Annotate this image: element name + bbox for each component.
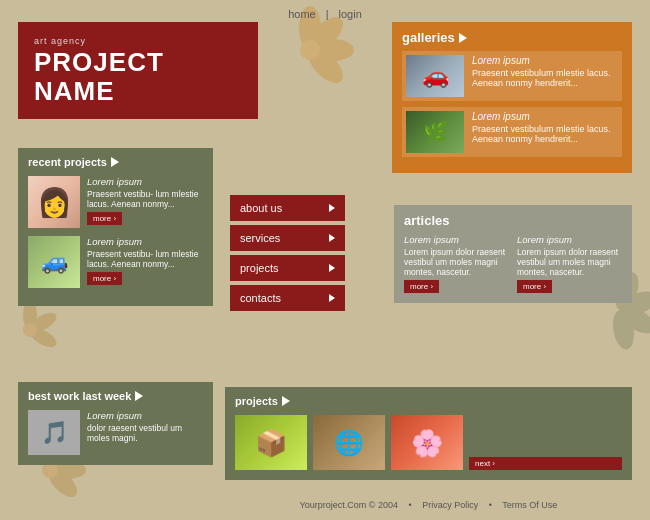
art-agency-label: art agency <box>34 36 242 46</box>
project-thumb-1 <box>28 176 80 228</box>
navigation-menu: about us services projects contacts <box>230 195 345 315</box>
nav-arrow-icon-1 <box>329 234 335 242</box>
footer-privacy[interactable]: Privacy Policy <box>422 500 478 510</box>
gallery-text-2: Lorem ipsum Praesent vestibulum mlestie … <box>472 111 618 153</box>
nav-arrow-icon-0 <box>329 204 335 212</box>
nav-arrow-icon-2 <box>329 264 335 272</box>
home-link[interactable]: home <box>288 8 316 20</box>
projects-bottom-title: projects <box>235 395 622 407</box>
galleries-title: galleries <box>402 30 622 45</box>
articles-grid: Lorem ipsum Lorem ipsum dolor raesent ve… <box>404 234 622 293</box>
galleries-block: galleries Lorem ipsum Praesent vestibulu… <box>392 22 632 173</box>
project-text-1: Lorem ipsum Praesent vestibu- lum mlesti… <box>87 176 203 228</box>
project-item-2: Lorem ipsum Praesent vestibu- lum mlesti… <box>28 236 203 288</box>
recent-projects-title: recent projects <box>28 156 203 168</box>
best-work-title: best work last week <box>28 390 203 402</box>
nav-arrow-icon-3 <box>329 294 335 302</box>
article-item-1: Lorem ipsum Lorem ipsum dolor raesent ve… <box>404 234 509 293</box>
gallery-thumb-2 <box>406 111 464 153</box>
project-item-1: Lorem ipsum Praesent vestibu- lum mlesti… <box>28 176 203 228</box>
projects-thumbs: next <box>235 415 622 470</box>
project-thumb-flower <box>391 415 463 470</box>
more-button-1[interactable]: more <box>87 212 122 225</box>
nav-about-us[interactable]: about us <box>230 195 345 221</box>
best-work-thumb <box>28 410 80 455</box>
project-thumb-oldstyle <box>313 415 385 470</box>
projects-bottom-block: projects next <box>225 387 632 480</box>
gallery-item-2: Lorem ipsum Praesent vestibulum mlestie … <box>402 107 622 157</box>
best-work-item: Lorem ipsum dolor raesent vestibul um mo… <box>28 410 203 455</box>
footer: Yourproject.Com © 2004 • Privacy Policy … <box>225 500 632 510</box>
footer-terms[interactable]: Terms Of Use <box>502 500 557 510</box>
header-block: art agency PROJECT NAME <box>18 22 258 119</box>
footer-copyright: Yourproject.Com © 2004 <box>300 500 398 510</box>
nav-contacts[interactable]: contacts <box>230 285 345 311</box>
article-item-2: Lorem ipsum Lorem ipsum dolor raesent ve… <box>517 234 622 293</box>
recent-projects-block: recent projects Lorem ipsum Praesent ves… <box>18 148 213 306</box>
next-button[interactable]: next <box>469 457 622 470</box>
project-thumb-box <box>235 415 307 470</box>
login-link[interactable]: login <box>339 8 362 20</box>
best-work-block: best work last week Lorem ipsum dolor ra… <box>18 382 213 465</box>
footer-separator-1: • <box>408 500 411 510</box>
more-button-2[interactable]: more <box>87 272 122 285</box>
articles-block: articles Lorem ipsum Lorem ipsum dolor r… <box>394 205 632 303</box>
galleries-arrow-icon <box>459 33 467 43</box>
top-navigation: home | login <box>0 8 650 20</box>
gallery-text-1: Lorem ipsum Praesent vestibulum mlestie … <box>472 55 618 97</box>
nav-separator: | <box>326 8 329 20</box>
article-more-2[interactable]: more <box>517 280 552 293</box>
project-thumb-2 <box>28 236 80 288</box>
articles-title: articles <box>404 213 622 228</box>
nav-projects[interactable]: projects <box>230 255 345 281</box>
recent-projects-arrow-icon <box>111 157 119 167</box>
gallery-item-1: Lorem ipsum Praesent vestibulum mlestie … <box>402 51 622 101</box>
best-work-arrow-icon <box>135 391 143 401</box>
gallery-thumb-1 <box>406 55 464 97</box>
nav-services[interactable]: services <box>230 225 345 251</box>
footer-separator-2: • <box>489 500 492 510</box>
best-work-text: Lorem ipsum dolor raesent vestibul um mo… <box>87 410 203 455</box>
project-name-title: PROJECT NAME <box>34 48 242 105</box>
article-more-1[interactable]: more <box>404 280 439 293</box>
projects-arrow-icon <box>282 396 290 406</box>
project-text-2: Lorem ipsum Praesent vestibu- lum mlesti… <box>87 236 203 288</box>
